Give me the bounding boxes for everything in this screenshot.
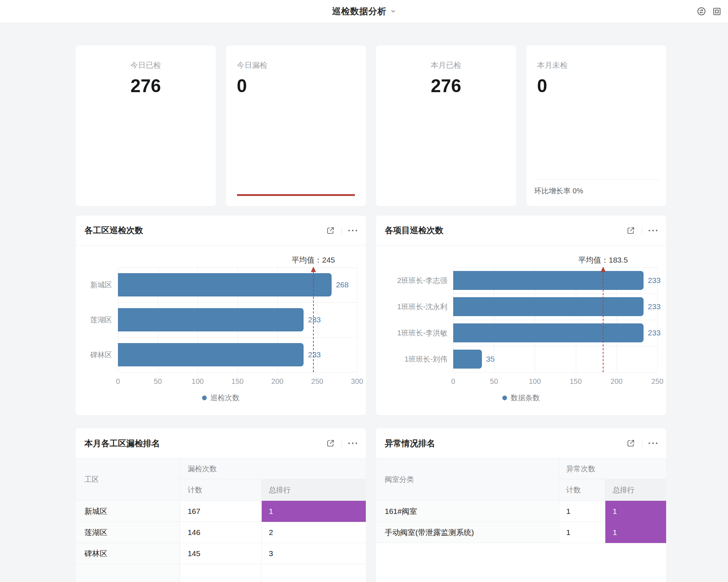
axis-tick-label: 0 [451,377,455,386]
bar-value-label: 268 [336,280,349,289]
column-header: 计数 [559,479,605,501]
open-in-new-icon[interactable] [326,439,335,448]
legend-dot-icon [202,396,207,400]
stat-label: 本月已检 [387,60,505,70]
bar-row: 莲湖区233 [84,302,357,337]
bar[interactable] [118,308,304,331]
bar-rows: 2班班长-李志强2331班班长-沈永利2331班班长-李洪敏2331班班长-刘伟… [385,267,657,372]
card-actions [626,439,657,448]
rank-cell: 2 [261,522,366,543]
stat-value: 276 [387,75,505,97]
column-header: 计数 [180,479,261,501]
column-header: 总排行 [605,479,666,501]
axis-tick-label: 0 [116,377,120,386]
bar-row: 1班班长-沈永利233 [385,294,657,320]
card-header: 异常情况排名 [376,428,666,458]
table-card-abnormal-ranking: 异常情况排名 阀室分类 异常次 [376,428,666,582]
open-in-new-icon[interactable] [626,439,635,448]
open-in-new-icon[interactable] [326,226,335,235]
more-icon[interactable] [348,443,357,444]
column-group-header: 漏检次数 [180,459,366,479]
plot-area: 2班班长-李志强2331班班长-沈永利2331班班长-李洪敏2331班班长-刘伟… [385,267,657,372]
bar[interactable] [118,343,304,366]
bar-value-label: 233 [648,276,661,285]
bar-row: 碑林区233 [84,337,357,372]
gridline [357,267,357,372]
card-title: 各项目巡检次数 [385,225,443,236]
axis-tick-label: 150 [570,377,582,386]
average-strip: 平均值：245 [84,245,357,267]
divider [341,440,342,447]
legend-dot-icon [502,396,507,400]
x-axis: 050100150200250300 [84,373,357,390]
axis-tick-label: 100 [529,377,541,386]
card-header: 各工区巡检次数 [76,216,366,245]
name-cell: 碑林区 [76,543,180,564]
name-cell: 莲湖区 [76,522,180,543]
category-label: 新城区 [84,280,118,290]
workzone-bar-chart: 平均值：245新城区268莲湖区233碑林区233050100150200250… [76,245,366,406]
column-header: 工区 [76,459,180,501]
chart-card-project: 各项目巡检次数 平均值：183.52班班长-李志强2331班班长-沈永利2331… [376,216,666,415]
card-actions [326,439,357,448]
abnormal-ranking-table: 阀室分类 异常次数 计数 总排行 161#阀室11手动阀室(带泄露监测系统)11 [376,458,666,543]
table-row: 161#阀室11 [376,501,666,522]
average-value-label: 平均值：183.5 [578,255,628,265]
chart-legend[interactable]: 巡检次数 [84,390,357,406]
category-label: 1班班长-李洪敏 [385,328,453,338]
card-actions [626,226,657,235]
rank-cell: 1 [605,501,666,522]
axis-tick-label: 50 [154,377,162,386]
stat-label: 今日漏检 [237,60,355,70]
bar-value-label: 35 [486,355,495,363]
table-row: 莲湖区1462 [76,522,366,543]
stat-label: 今日已检 [87,60,205,70]
bar-row: 1班班长-刘伟35 [385,346,657,372]
window-icon[interactable] [712,7,721,16]
axis-tick-label: 300 [351,377,363,386]
bar[interactable] [453,350,482,369]
more-icon[interactable] [348,230,357,231]
stat-label: 本月未检 [537,60,656,70]
swap-icon[interactable] [697,7,706,16]
bar-row: 1班班长-李洪敏233 [385,320,657,346]
bar-row: 2班班长-李志强233 [385,267,657,294]
card-header: 本月各工区漏检排名 [76,428,366,458]
column-group-header: 异常次数 [559,459,666,479]
bar-value-label: 233 [648,302,661,311]
card-title: 本月各工区漏检排名 [84,438,160,449]
more-icon[interactable] [649,443,657,444]
column-header: 总排行 [261,479,366,501]
missed-ranking-table: 工区 漏检次数 计数 总排行 新城区1671莲湖区1462碑林区1453 [76,458,366,564]
bar[interactable] [453,271,644,290]
project-bar-chart: 平均值：183.52班班长-李志强2331班班长-沈永利2331班班长-李洪敏2… [376,245,666,406]
table-row: 碑林区1453 [76,543,366,564]
count-cell: 167 [180,501,261,522]
category-label: 碑林区 [84,350,118,360]
top-bar: 巡检数据分析 [0,0,728,23]
axis-tick-label: 50 [490,377,498,386]
chevron-down-icon [390,8,396,14]
dashboard-title-dropdown[interactable]: 巡检数据分析 [0,0,728,23]
axis-tick-label: 150 [232,377,244,386]
open-in-new-icon[interactable] [626,226,635,235]
bar[interactable] [453,323,644,342]
name-cell: 161#阀室 [376,501,559,522]
bar[interactable] [453,297,644,316]
stat-card-month-unchecked: 本月未检 0 环比增长率 0% [526,46,666,206]
chart-card-workzone: 各工区巡检次数 平均值：245新城区268莲湖区233碑林区2330501001… [76,216,366,415]
more-icon[interactable] [649,230,657,231]
category-label: 2班班长-李志强 [385,276,453,286]
chart-legend[interactable]: 数据条数 [385,390,657,406]
divider [341,227,342,234]
count-cell: 1 [559,501,605,522]
bar[interactable] [118,273,332,296]
plot-area: 新城区268莲湖区233碑林区233 [84,267,357,372]
page-title: 巡检数据分析 [332,5,387,17]
legend-label: 数据条数 [511,393,540,403]
divider [642,227,642,234]
rank-cell: 1 [605,522,666,543]
stat-card-today-inspected: 今日已检 276 [76,46,216,206]
average-strip: 平均值：183.5 [385,245,657,267]
axis-tick-label: 200 [610,377,622,386]
